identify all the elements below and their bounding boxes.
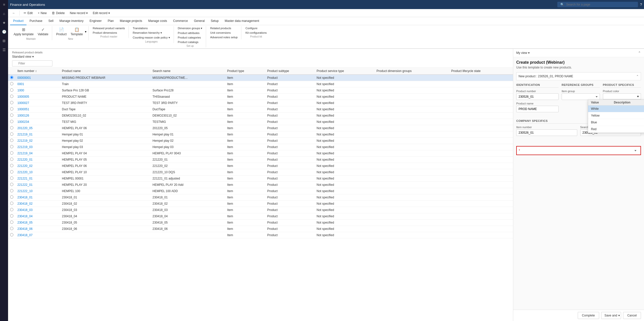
table-row[interactable]: 230418_06230418_06230418_06ItemProductNo… [8, 226, 513, 232]
view-dropdown-icon[interactable]: ▾ [32, 55, 34, 58]
collapse-panel-button[interactable]: ⌃ [638, 51, 641, 55]
col-service-type[interactable]: Product service type [314, 68, 374, 75]
item-number-link[interactable]: 230418_03 [17, 208, 33, 212]
table-row[interactable]: 1000005PRODUCT NAMETHISisanasdItemProduc… [8, 94, 513, 100]
row-radio[interactable] [10, 126, 13, 129]
table-row[interactable]: 1000Surface Pro 128 GBSurface Pro128Item… [8, 87, 513, 94]
template-dropdown-arrow[interactable]: ▾ [85, 30, 86, 33]
table-row[interactable]: 221222_10HEMPEL 100HEMPEL 100 ADDItemPro… [8, 188, 513, 194]
item-number-link[interactable]: 221222_10 [17, 189, 33, 193]
tab-product[interactable]: Product [10, 17, 26, 25]
table-row[interactable]: 230418_01230418_01230418_01ItemProductNo… [8, 194, 513, 201]
tab-purchase[interactable]: Purchase [26, 17, 45, 25]
row-radio[interactable] [10, 176, 13, 180]
table-row[interactable]: 230418_03230418_03230418_03ItemProductNo… [8, 207, 513, 213]
new-product-button[interactable]: 📄 Product [55, 26, 68, 37]
row-radio[interactable] [10, 189, 13, 192]
unit-conversions-button[interactable]: Unit conversions [209, 31, 232, 35]
table-row[interactable]: 230418_05230418_05230418_05ItemProductNo… [8, 220, 513, 226]
product-name-input[interactable] [516, 106, 559, 112]
table-row[interactable]: 221221_01HEMPEL 00001221221_01 adjustedI… [8, 175, 513, 182]
item-number-link[interactable]: 221220_02 [17, 164, 33, 168]
item-number-link[interactable]: 201220_05 [17, 126, 33, 130]
table-row[interactable]: 1000126DEMO230110_02DEMO230110_02ItemPro… [8, 113, 513, 119]
item-number-link[interactable]: 1000027 [17, 101, 29, 105]
col-lifecycle-state[interactable]: Product lifecycle state [449, 68, 513, 75]
edit-record-button[interactable]: Edit record ▾ [91, 10, 112, 16]
home-icon[interactable]: ⌂ [2, 11, 7, 16]
validate-button[interactable]: ✓ Validate [36, 26, 50, 37]
tab-sell[interactable]: Sell [45, 17, 56, 25]
save-and-button[interactable]: Save and ▾ [601, 312, 621, 319]
col-search-name[interactable]: Search name [150, 68, 225, 75]
product-dimensions-button[interactable]: Product dimensions [91, 31, 119, 35]
color-option-white[interactable]: White [588, 105, 644, 112]
product-catalogs-button[interactable]: Product catalogs [176, 40, 200, 44]
color-option-blue[interactable]: Blue [588, 119, 644, 126]
item-number-link[interactable]: 230418_02 [17, 202, 33, 205]
color-option-red[interactable]: Red [588, 126, 644, 133]
new-record-button[interactable]: New record ▾ [68, 10, 90, 16]
table-row[interactable]: 0001TrainItemProductNot specified [8, 81, 513, 87]
kit-configurations-button[interactable]: Kit configurations [244, 31, 268, 35]
dimension-groups-button[interactable]: Dimension groups ▾ [176, 26, 204, 30]
row-radio[interactable] [10, 183, 13, 186]
tab-manage-projects[interactable]: Manage projects [117, 17, 145, 25]
item-number-link[interactable]: 230418_05 [17, 221, 33, 224]
product-color-trigger[interactable]: ▾ [603, 93, 641, 99]
row-radio[interactable] [10, 164, 13, 167]
product-attributes-button[interactable]: Product attributes [176, 31, 201, 35]
item-number-link[interactable]: 221222_01 [17, 183, 33, 187]
cancel-button[interactable]: Cancel [623, 312, 641, 319]
item-number-link[interactable]: 221220_01 [17, 158, 33, 161]
row-radio[interactable] [10, 195, 13, 199]
table-row[interactable]: 1000051Duct TapeDuctTapeItemProductNot s… [8, 106, 513, 113]
color-option-yellow[interactable]: Yellow [588, 112, 644, 119]
reservation-hierarchy-button[interactable]: Reservation hierarchy ▾ [131, 31, 164, 35]
row-radio[interactable] [10, 151, 13, 155]
row-radio[interactable] [10, 95, 13, 98]
counting-reason-button[interactable]: Counting reason code policy ▾ [131, 35, 172, 40]
row-radio[interactable] [10, 227, 13, 230]
related-products-button[interactable]: Related products [209, 26, 233, 30]
col-dimension-groups[interactable]: Product dimension groups [374, 68, 449, 75]
search-input[interactable] [566, 3, 635, 6]
row-radio[interactable] [10, 132, 13, 136]
table-row[interactable]: 221219_02Hempel play 02Hempel play 02Ite… [8, 138, 513, 144]
item-group-select[interactable] [562, 93, 600, 100]
row-radio[interactable] [10, 170, 13, 173]
translations-button[interactable]: Translations [131, 26, 149, 30]
item-number-link[interactable]: 221219_04 [17, 152, 33, 155]
col-product-type[interactable]: Product type [225, 68, 265, 75]
recent-icon[interactable]: 🕐 [2, 29, 7, 34]
record-collapse-button[interactable]: ⌃ [636, 75, 639, 78]
product-categories-button[interactable]: Product categories [176, 35, 203, 40]
hamburger-icon[interactable]: ≡ [2, 2, 7, 7]
table-row[interactable]: 201220_05HEMPEL PLAY 06201220_05ItemProd… [8, 125, 513, 131]
row-radio[interactable] [10, 202, 13, 205]
item-number-link[interactable]: 1000 [17, 89, 24, 92]
table-row[interactable]: 230418_02230418_02230418_02ItemProductNo… [8, 201, 513, 207]
edit-button[interactable]: ✏ Edit [22, 10, 35, 16]
item-number-link[interactable]: 1000051 [17, 108, 29, 111]
new-button[interactable]: + New [36, 10, 49, 16]
table-row[interactable]: 221222_01HEMPEL PLAY 20HEMPEL PLAY 20 Ad… [8, 182, 513, 188]
item-number-link[interactable]: 1000234 [17, 120, 29, 124]
complete-button[interactable]: Complete [578, 312, 599, 319]
configure-button[interactable]: Configure [244, 26, 259, 30]
workspaces-icon[interactable]: ⊞ [2, 38, 7, 43]
item-number-link[interactable]: 1000005 [17, 95, 29, 98]
product-number-input[interactable] [516, 93, 559, 100]
item-number-link[interactable]: 1000126 [17, 114, 29, 117]
row-radio[interactable] [10, 145, 13, 148]
row-radio[interactable] [10, 120, 13, 123]
col-product-name[interactable]: Product name [60, 68, 150, 75]
delete-button[interactable]: 🗑 Delete [50, 10, 67, 16]
item-number-link[interactable]: 221219_02 [17, 139, 33, 142]
item-number-link[interactable]: 221219_01 [17, 133, 33, 136]
table-row[interactable]: 221219_04HEMPEL PLAY 04HEMPEL PLAY 0043I… [8, 150, 513, 157]
row-radio[interactable] [10, 114, 13, 117]
tab-manage-costs[interactable]: Manage costs [145, 17, 170, 25]
table-row[interactable]: 221220_02HEMPEL PLAY 06221220_02ItemProd… [8, 163, 513, 169]
tab-plan[interactable]: Plan [105, 17, 117, 25]
